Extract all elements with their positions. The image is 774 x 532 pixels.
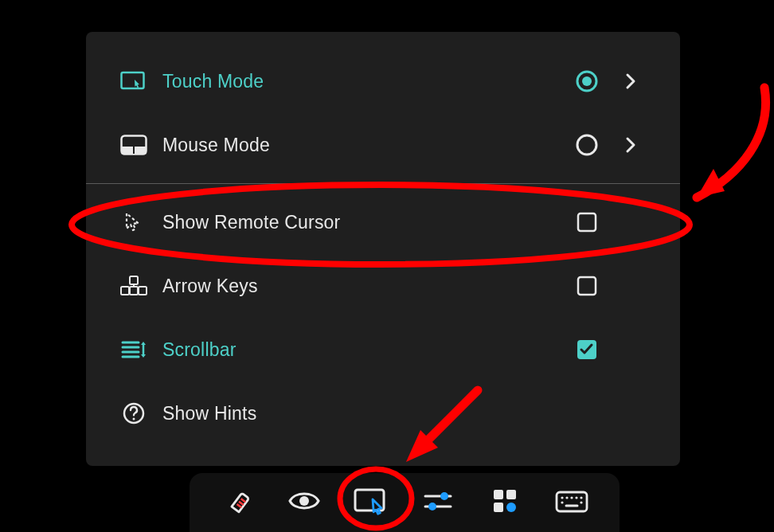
menu-item-show-hints[interactable]: Show Hints (86, 381, 680, 445)
touch-screen-icon (118, 70, 150, 92)
svg-point-37 (506, 503, 516, 512)
tool-pointer[interactable] (343, 479, 399, 526)
svg-point-41 (570, 496, 573, 499)
menu-item-mouse-mode[interactable]: Mouse Mode (86, 113, 680, 177)
scrollbar-icon (118, 339, 150, 360)
tool-eraser[interactable] (209, 479, 265, 526)
svg-point-31 (440, 492, 448, 500)
svg-point-45 (580, 501, 582, 503)
svg-point-43 (580, 496, 582, 499)
svg-line-26 (239, 501, 244, 506)
cursor-dashed-icon (118, 210, 150, 234)
svg-rect-12 (139, 287, 147, 295)
svg-rect-35 (506, 490, 516, 499)
svg-point-28 (299, 496, 309, 506)
tool-view[interactable] (276, 479, 332, 526)
svg-line-25 (237, 503, 242, 508)
arrow-keys-icon (118, 276, 150, 296)
svg-rect-10 (121, 287, 129, 295)
menu-item-label: Mouse Mode (162, 135, 567, 156)
menu-item-touch-mode[interactable]: Touch Mode (86, 49, 680, 113)
menu-item-label: Touch Mode (162, 71, 567, 92)
svg-point-40 (565, 496, 568, 499)
pointer-screen-icon (353, 486, 389, 519)
menu-item-label: Show Remote Cursor (162, 212, 567, 233)
menu-item-label: Show Hints (162, 403, 567, 424)
eraser-icon (221, 485, 253, 520)
svg-marker-48 (697, 169, 725, 198)
apps-grid-icon (491, 487, 518, 518)
svg-rect-16 (578, 277, 596, 295)
svg-line-27 (241, 499, 246, 503)
svg-rect-38 (557, 492, 587, 511)
svg-point-2 (582, 76, 592, 86)
menu-item-label: Arrow Keys (162, 276, 567, 297)
menu-item-label: Scrollbar (162, 339, 567, 361)
checkbox-unchecked[interactable] (567, 275, 607, 297)
svg-point-33 (428, 503, 436, 510)
menu-item-scrollbar[interactable]: Scrollbar (86, 318, 680, 381)
svg-rect-0 (122, 72, 144, 88)
tool-apps[interactable] (477, 479, 533, 526)
checkbox-checked[interactable] (567, 338, 607, 361)
menu-item-arrow-keys[interactable]: Arrow Keys (86, 254, 680, 318)
chevron-right-icon[interactable] (607, 72, 655, 90)
svg-point-42 (575, 496, 577, 499)
bottom-toolbar (190, 473, 620, 532)
radio-selected[interactable] (567, 69, 607, 93)
checkbox-unchecked[interactable] (567, 211, 607, 233)
keyboard-icon (555, 489, 588, 516)
tool-sliders[interactable] (410, 479, 466, 526)
svg-rect-8 (578, 213, 596, 231)
svg-rect-11 (130, 287, 138, 295)
settings-panel: Touch Mode Mouse Mode (86, 32, 680, 466)
divider (86, 183, 680, 184)
svg-rect-9 (130, 276, 138, 284)
svg-point-24 (133, 418, 135, 421)
svg-point-7 (577, 135, 596, 155)
chevron-right-icon[interactable] (607, 136, 655, 154)
sliders-icon (423, 489, 453, 516)
radio-unselected[interactable] (567, 133, 607, 157)
menu-item-show-remote-cursor[interactable]: Show Remote Cursor (86, 190, 680, 254)
tool-keyboard[interactable] (544, 479, 600, 526)
mouse-screen-icon (118, 135, 150, 155)
svg-point-39 (561, 496, 563, 499)
help-circle-icon (118, 401, 150, 425)
svg-rect-34 (494, 490, 503, 499)
svg-point-44 (561, 501, 563, 503)
svg-rect-36 (494, 503, 503, 512)
eye-icon (287, 488, 322, 517)
